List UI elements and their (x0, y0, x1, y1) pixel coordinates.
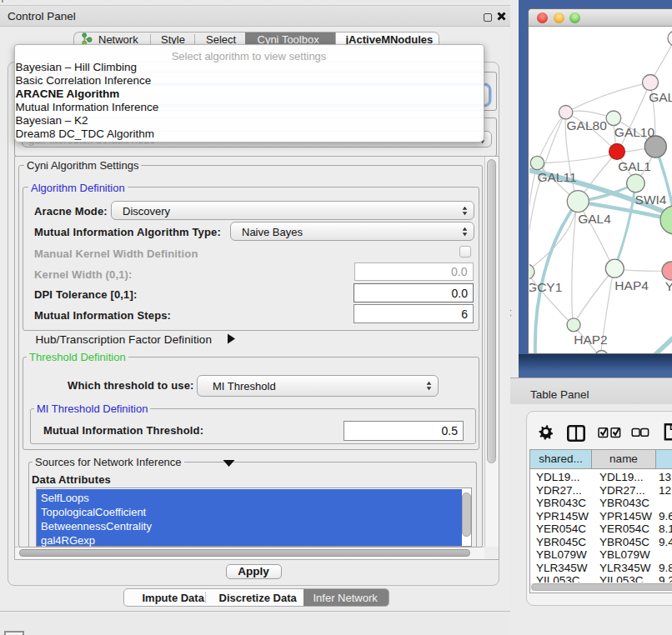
svg-text:GAL2: GAL2 (649, 90, 672, 104)
svg-text:GCY1: GCY1 (529, 280, 562, 294)
svg-text:GAL11: GAL11 (537, 170, 576, 184)
svg-text:HAP2: HAP2 (574, 332, 608, 347)
svg-text:GAL80: GAL80 (567, 118, 608, 132)
svg-text:GAL4: GAL4 (578, 212, 611, 226)
svg-text:HAP4: HAP4 (614, 278, 649, 292)
svg-text:SWI4: SWI4 (635, 192, 667, 207)
svg-text:GAL1: GAL1 (618, 159, 651, 173)
svg-text:GAL10: GAL10 (614, 125, 655, 139)
svg-text:Y: Y (665, 279, 672, 293)
